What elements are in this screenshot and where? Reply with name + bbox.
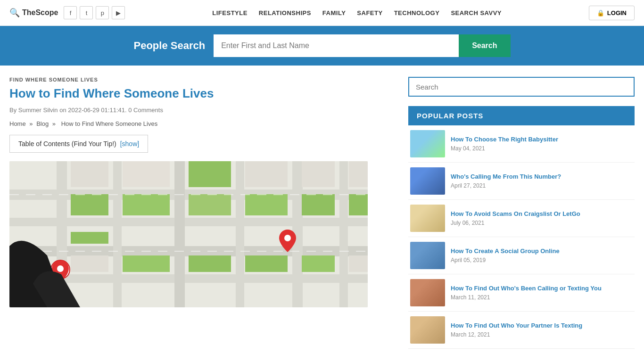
logo-text: TheScope (22, 8, 58, 17)
people-search-label: People Search (133, 40, 205, 52)
article-area: FIND WHERE SOMEONE LIVES How to Find Whe… (9, 77, 394, 307)
site-logo[interactable]: 🔍 TheScope (9, 8, 58, 18)
svg-rect-17 (245, 255, 288, 272)
post-thumbnail (410, 167, 445, 195)
post-title[interactable]: How To Find Out Who's Been Calling or Te… (451, 285, 633, 293)
popular-post-item[interactable]: Who's Calling Me From This Number?April … (408, 163, 635, 200)
post-info: How To Find Out Who Your Partner Is Text… (451, 322, 633, 338)
people-search-input[interactable] (214, 34, 459, 57)
post-info: How To Avoid Scams On Craigslist Or LetG… (451, 210, 633, 227)
svg-rect-6 (113, 161, 122, 307)
post-thumbnail (410, 130, 445, 157)
breadcrumb-home[interactable]: Home (9, 120, 26, 127)
svg-rect-8 (236, 161, 244, 307)
svg-rect-28 (349, 161, 368, 187)
post-title[interactable]: How To Create A Social Group Online (451, 247, 633, 255)
post-info: Who's Calling Me From This Number?April … (451, 173, 633, 189)
youtube-icon[interactable]: ▶ (112, 6, 125, 19)
popular-post-item[interactable]: How To Create A Social Group OnlineApril… (408, 237, 635, 274)
breadcrumb-sep1: » (29, 120, 34, 127)
breadcrumb-blog[interactable]: Blog (36, 120, 49, 127)
svg-rect-26 (245, 161, 288, 187)
svg-point-37 (284, 235, 291, 241)
svg-rect-22 (349, 194, 368, 215)
nav-relationships[interactable]: RELATIONSHIPS (259, 9, 311, 16)
svg-rect-24 (71, 161, 108, 187)
logo-area: 🔍 TheScope f t p ▶ (9, 6, 125, 19)
people-search-button[interactable]: Search (459, 34, 510, 57)
nav-safety[interactable]: SAFETY (357, 9, 382, 16)
post-info: How To Create A Social Group OnlineApril… (451, 247, 633, 264)
popular-post-item[interactable]: How To Find Out Who's Been Calling or Te… (408, 274, 635, 312)
svg-rect-23 (71, 255, 108, 272)
svg-rect-27 (302, 161, 335, 187)
article-map-image (9, 161, 368, 307)
nav-technology[interactable]: TECHNOLOGY (394, 9, 440, 16)
svg-rect-11 (71, 194, 108, 215)
svg-rect-14 (245, 194, 288, 215)
table-of-contents: Table of Contents (Find Your Tip!) [show… (9, 135, 148, 153)
article-meta: By Summer Silvin on 2022-06-29 01:11:41.… (9, 107, 394, 114)
popular-posts-header: POPULAR POSTS (408, 106, 635, 125)
nav-lifestyle[interactable]: LIFESTYLE (212, 9, 248, 16)
svg-rect-19 (189, 194, 231, 215)
article-category: FIND WHERE SOMEONE LIVES (9, 77, 394, 82)
facebook-icon[interactable]: f (64, 6, 77, 19)
lock-icon: 🔒 (597, 9, 604, 16)
svg-rect-21 (302, 255, 335, 272)
svg-rect-10 (339, 161, 348, 307)
post-date: March 11, 2021 (451, 294, 633, 301)
svg-rect-12 (123, 194, 170, 215)
sidebar: POPULAR POSTS How To Choose The Right Ba… (408, 77, 635, 349)
nav-links: LIFESTYLE RELATIONSHIPS FAMILY SAFETY TE… (212, 9, 502, 16)
post-thumbnail (410, 242, 445, 269)
svg-rect-15 (71, 232, 108, 244)
popular-posts-list: How To Choose The Right BabysitterMay 04… (408, 125, 635, 349)
main-layout: FIND WHERE SOMEONE LIVES How to Find Whe… (0, 66, 644, 360)
search-icon: 🔍 (9, 8, 20, 18)
post-thumbnail (410, 279, 445, 306)
post-title[interactable]: How To Choose The Right Babysitter (451, 136, 633, 144)
article-title: How to Find Where Someone Lives (9, 86, 394, 101)
sidebar-search-input[interactable] (408, 77, 635, 97)
post-title[interactable]: How To Avoid Scams On Craigslist Or LetG… (451, 210, 633, 218)
svg-point-35 (57, 265, 64, 272)
post-info: How To Find Out Who's Been Calling or Te… (451, 285, 633, 301)
nav-family[interactable]: FAMILY (322, 9, 346, 16)
breadcrumb: Home » Blog » How to Find Where Someone … (9, 120, 394, 127)
svg-rect-29 (349, 255, 368, 272)
nav-search-savvy[interactable]: SEARCH SAVVY (451, 9, 502, 16)
top-nav: 🔍 TheScope f t p ▶ LIFESTYLE RELATIONSHI… (0, 0, 644, 26)
login-label: LOGIN (607, 9, 627, 16)
toc-show-link[interactable]: [show] (120, 140, 139, 148)
post-date: May 04, 2021 (451, 145, 633, 152)
twitter-icon[interactable]: t (80, 6, 93, 19)
svg-rect-25 (123, 161, 170, 187)
post-date: April 05, 2019 (451, 257, 633, 263)
breadcrumb-sep2: » (52, 120, 58, 127)
popular-post-item[interactable]: How To Avoid Scams On Craigslist Or LetG… (408, 200, 635, 237)
post-thumbnail (410, 316, 445, 344)
post-date: March 12, 2021 (451, 331, 633, 338)
popular-post-item[interactable]: How To Choose The Right BabysitterMay 04… (408, 125, 635, 163)
post-info: How To Choose The Right BabysitterMay 04… (451, 136, 633, 152)
svg-rect-20 (302, 194, 335, 215)
login-button[interactable]: 🔒 LOGIN (589, 6, 635, 20)
toc-label: Table of Contents (Find Your Tip!) (18, 140, 116, 148)
post-date: April 27, 2021 (451, 182, 633, 189)
post-title[interactable]: Who's Calling Me From This Number? (451, 173, 633, 181)
svg-rect-18 (123, 255, 170, 272)
people-search-banner: People Search Search (0, 26, 644, 66)
svg-rect-13 (189, 161, 231, 187)
popular-post-item[interactable]: How To Find Out Who Your Partner Is Text… (408, 312, 635, 349)
post-title[interactable]: How To Find Out Who Your Partner Is Text… (451, 322, 633, 330)
post-date: July 06, 2021 (451, 220, 633, 226)
pinterest-icon[interactable]: p (96, 6, 109, 19)
post-thumbnail (410, 205, 445, 232)
svg-rect-16 (189, 255, 231, 272)
breadcrumb-current: How to Find Where Someone Lives (61, 120, 157, 127)
social-icons: f t p ▶ (64, 6, 125, 19)
svg-rect-7 (174, 161, 185, 307)
